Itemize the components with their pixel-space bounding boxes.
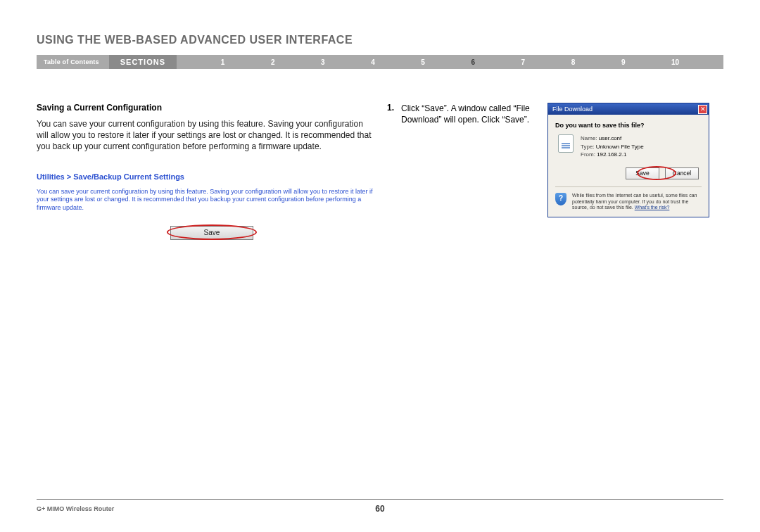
product-name: G+ MIMO Wireless Router bbox=[37, 505, 114, 512]
dialog-warning: While files from the Internet can be use… bbox=[572, 193, 702, 211]
utilities-panel: Utilities > Save/Backup Current Settings… bbox=[37, 172, 374, 240]
utilities-breadcrumb: Utilities > Save/Backup Current Settings bbox=[37, 172, 374, 181]
section-link-3[interactable]: 3 bbox=[321, 58, 325, 66]
page-footer: G+ MIMO Wireless Router 60 bbox=[37, 499, 723, 512]
type-label: Type: bbox=[581, 144, 595, 150]
section-link-9[interactable]: 9 bbox=[621, 58, 626, 66]
close-icon[interactable]: ✕ bbox=[698, 105, 707, 114]
dialog-save-button[interactable]: Save bbox=[626, 167, 659, 179]
section-link-7[interactable]: 7 bbox=[521, 58, 526, 66]
sections-label: SECTIONS bbox=[109, 55, 177, 69]
step-text: Click “Save”. A window called “File Down… bbox=[401, 103, 535, 125]
from-label: From: bbox=[581, 151, 595, 158]
section-heading: Saving a Current Configuration bbox=[37, 103, 374, 113]
from-value: 192.168.2.1 bbox=[597, 151, 626, 158]
dialog-titlebar: File Download ✕ bbox=[548, 103, 709, 115]
section-numbers: 1 2 3 4 5 6 7 8 9 10 bbox=[177, 58, 723, 66]
section-link-10[interactable]: 10 bbox=[671, 58, 679, 66]
section-link-1[interactable]: 1 bbox=[221, 58, 225, 66]
dialog-title-text: File Download bbox=[552, 106, 593, 113]
utilities-description: You can save your current configuration … bbox=[37, 188, 374, 213]
page-number: 60 bbox=[375, 504, 384, 514]
section-link-2[interactable]: 2 bbox=[271, 58, 275, 66]
section-link-6[interactable]: 6 bbox=[471, 58, 475, 66]
dialog-question: Do you want to save this file? bbox=[555, 122, 702, 129]
section-link-8[interactable]: 8 bbox=[571, 58, 576, 66]
file-icon bbox=[558, 134, 574, 153]
section-link-5[interactable]: 5 bbox=[421, 58, 425, 66]
dialog-cancel-button[interactable]: Cancel bbox=[665, 167, 699, 179]
chapter-title: USING THE WEB-BASED ADVANCED USER INTERF… bbox=[37, 34, 723, 46]
name-value: user.conf bbox=[599, 135, 621, 141]
save-button[interactable]: Save bbox=[170, 226, 253, 240]
step-number: 1. bbox=[387, 103, 394, 125]
shield-icon bbox=[555, 193, 566, 205]
section-nav-bar: Table of Contents SECTIONS 1 2 3 4 5 6 7… bbox=[37, 55, 723, 69]
type-value: Unknown File Type bbox=[596, 144, 644, 150]
risk-link[interactable]: What's the risk? bbox=[635, 205, 670, 210]
name-label: Name: bbox=[581, 135, 597, 141]
section-body: You can save your current configuration … bbox=[37, 118, 374, 153]
file-download-dialog: File Download ✕ Do you want to save this… bbox=[547, 103, 709, 217]
section-link-4[interactable]: 4 bbox=[371, 58, 375, 66]
toc-link[interactable]: Table of Contents bbox=[37, 58, 109, 65]
